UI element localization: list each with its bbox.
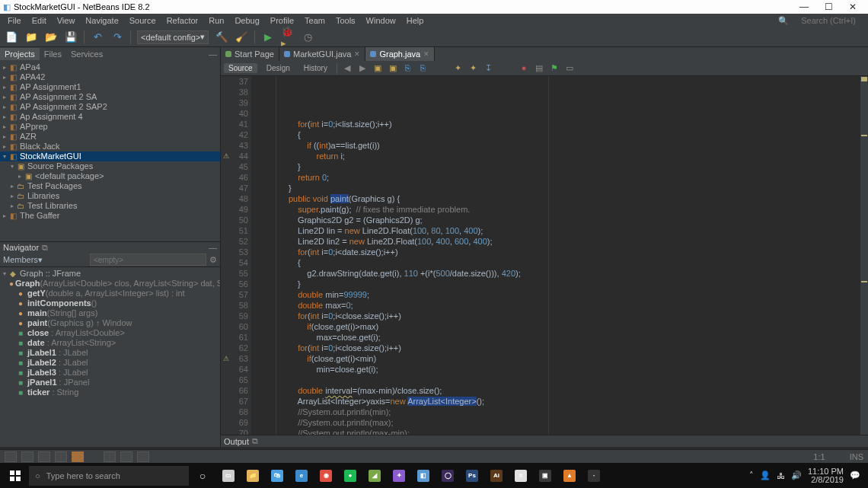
notifications-icon[interactable]: 💬 — [850, 470, 860, 480]
editor-nav-fwd-button[interactable]: ▶ — [357, 63, 368, 74]
taskbar-app-spotify[interactable]: ● — [338, 464, 362, 487]
taskbar-app-eclipse[interactable]: ◯ — [436, 464, 460, 487]
editor-tool-button[interactable]: ▣ — [388, 63, 398, 74]
file-tab[interactable]: MarketGUI.java✕ — [279, 47, 365, 61]
navigator-node[interactable]: ■jLabel2 : JLabel — [0, 358, 220, 368]
editor-tool-button[interactable]: ▣ — [372, 63, 383, 74]
editor-tool-button[interactable]: ✦ — [453, 63, 464, 74]
taskbar-app-chrome[interactable]: ◉ — [314, 464, 338, 487]
file-tab[interactable]: Start Page — [221, 47, 279, 61]
close-tab-icon[interactable]: ✕ — [423, 50, 429, 58]
subtab-source[interactable]: Source — [224, 63, 257, 73]
editor-stop-button[interactable]: ● — [519, 63, 529, 74]
taskbar-app-explorer[interactable]: 📁 — [241, 464, 265, 487]
undo-button[interactable]: ↶ — [91, 30, 104, 44]
project-node[interactable]: ▾◧StockMarketGUI — [0, 152, 220, 161]
volume-icon[interactable]: 🔊 — [791, 470, 802, 480]
navigator-node[interactable]: ●main(String[] args) — [0, 308, 220, 318]
menu-view[interactable]: View — [53, 16, 80, 25]
project-node[interactable]: ▸◧AP Assignment1 — [0, 82, 220, 92]
project-node[interactable]: ▸◧APA42 — [0, 72, 220, 82]
project-node[interactable]: ▾▣Source Packages — [0, 161, 220, 171]
project-node[interactable]: ▸◧Ap Assignment 4 — [0, 112, 220, 122]
editor-nav-back-button[interactable]: ◀ — [342, 63, 353, 74]
project-node[interactable]: ▸🗀Test Packages — [0, 181, 220, 191]
navigator-node[interactable]: ●Graph(ArrayList<Double> clos, ArrayList… — [0, 279, 220, 289]
navigator-node[interactable]: ●getY(double a, ArrayList<Integer> list)… — [0, 289, 220, 298]
system-tray[interactable]: ˄ 👤 🖧 🔊 11:10 PM 2/8/2019 💬 — [749, 467, 865, 484]
menu-window[interactable]: Window — [362, 16, 400, 25]
menu-edit[interactable]: Edit — [27, 16, 51, 25]
menu-profile[interactable]: Profile — [266, 16, 298, 25]
status-button[interactable] — [120, 451, 132, 462]
subtab-history[interactable]: History — [299, 63, 332, 73]
close-button[interactable]: ✕ — [841, 2, 865, 12]
config-combo[interactable]: <default config>▾ — [137, 30, 209, 44]
clock[interactable]: 11:10 PM 2/8/2019 — [808, 467, 844, 484]
status-button[interactable] — [137, 451, 149, 462]
navigator-node[interactable]: ▾◆Graph :: JFrame — [0, 269, 220, 279]
navigator-node[interactable]: ■date : ArrayList<String> — [0, 338, 220, 348]
project-node[interactable]: ▸◧Black Jack — [0, 142, 220, 152]
debug-button[interactable]: 🐞▸ — [281, 30, 295, 44]
network-icon[interactable]: 🖧 — [777, 471, 785, 480]
project-node[interactable]: ▸◧APprep — [0, 122, 220, 132]
maximize-button[interactable]: ☐ — [816, 2, 841, 12]
output-panel-header[interactable]: Output⧉ — [221, 435, 868, 447]
editor-tool-button[interactable]: ▤ — [534, 63, 544, 74]
build-button[interactable]: 🔨 — [215, 30, 228, 44]
start-button[interactable] — [3, 464, 27, 487]
new-file-button[interactable]: 📄 — [5, 30, 18, 44]
taskbar-app-android[interactable]: ◢ — [362, 464, 387, 487]
navigator-node[interactable]: ■jLabel3 : JLabel — [0, 368, 220, 378]
menu-navigate[interactable]: Navigate — [81, 16, 123, 25]
status-button[interactable] — [55, 451, 67, 462]
menu-source[interactable]: Source — [125, 16, 161, 25]
save-all-button[interactable]: 💾 — [64, 30, 78, 44]
navigator-node[interactable]: ●initComponents() — [0, 298, 220, 308]
taskbar-app-store[interactable]: 🛍 — [265, 464, 289, 487]
taskbar-app-slack[interactable]: # — [509, 464, 533, 487]
tab-services[interactable]: Services — [66, 48, 107, 60]
cortana-button[interactable]: ○ — [190, 464, 215, 487]
quick-search[interactable]: 🔍 Search (Ctrl+I) — [769, 16, 865, 26]
project-node[interactable]: ▸🗀Test Libraries — [0, 201, 220, 211]
taskbar-app-ps[interactable]: Ps — [460, 464, 484, 487]
navigator-filter-input[interactable] — [90, 254, 206, 266]
navigator-node[interactable]: ■close : ArrayList<Double> — [0, 328, 220, 338]
status-button[interactable] — [104, 451, 116, 462]
close-tab-icon[interactable]: ✕ — [354, 50, 360, 58]
profile-button[interactable]: ◷ — [301, 30, 314, 44]
taskbar-app-task-view[interactable]: ▭ — [216, 464, 241, 487]
editor-tool-button[interactable]: ▭ — [564, 63, 575, 74]
project-node[interactable]: ▸▣<default package> — [0, 171, 220, 181]
menu-help[interactable]: Help — [402, 16, 429, 25]
run-button[interactable]: ▶ — [261, 30, 275, 44]
navigator-node[interactable]: ■jLabel1 : JLabel — [0, 348, 220, 358]
status-button[interactable] — [21, 451, 34, 462]
minimize-button[interactable]: — — [792, 2, 816, 12]
people-icon[interactable]: 👤 — [760, 470, 771, 480]
project-node[interactable]: ▸◧The Gaffer — [0, 211, 220, 221]
taskbar-app-app1[interactable]: ▣ — [533, 464, 557, 487]
taskbar-search[interactable]: ○ Type here to search — [29, 466, 189, 486]
menu-run[interactable]: Run — [204, 16, 228, 25]
status-button[interactable] — [38, 451, 50, 462]
editor-tool-button[interactable]: ⚑ — [549, 63, 560, 74]
clean-build-button[interactable]: 🧹 — [235, 30, 248, 44]
taskbar-app-app2[interactable]: ∙ — [582, 464, 606, 487]
project-node[interactable]: ▸◧AZR — [0, 132, 220, 142]
navigator-view-combo[interactable]: Members▾ — [3, 255, 87, 265]
status-button[interactable] — [72, 451, 84, 462]
error-stripe[interactable] — [860, 76, 868, 435]
redo-button[interactable]: ↷ — [110, 30, 124, 44]
navigator-node[interactable]: ■ticker : String — [0, 388, 220, 397]
tab-files[interactable]: Files — [40, 48, 66, 60]
project-node[interactable]: ▸🗀Libraries — [0, 191, 220, 201]
navigator-node[interactable]: ●paint(Graphics g) ↑ Window — [0, 318, 220, 328]
tray-up-icon[interactable]: ˄ — [749, 470, 754, 480]
editor-tool-button[interactable]: ↧ — [483, 63, 494, 74]
new-project-button[interactable]: 📁 — [24, 30, 38, 44]
code-editor[interactable]: ⚠⚠ 3738394041424344454647484950515253545… — [221, 76, 868, 435]
subtab-design[interactable]: Design — [262, 63, 295, 73]
